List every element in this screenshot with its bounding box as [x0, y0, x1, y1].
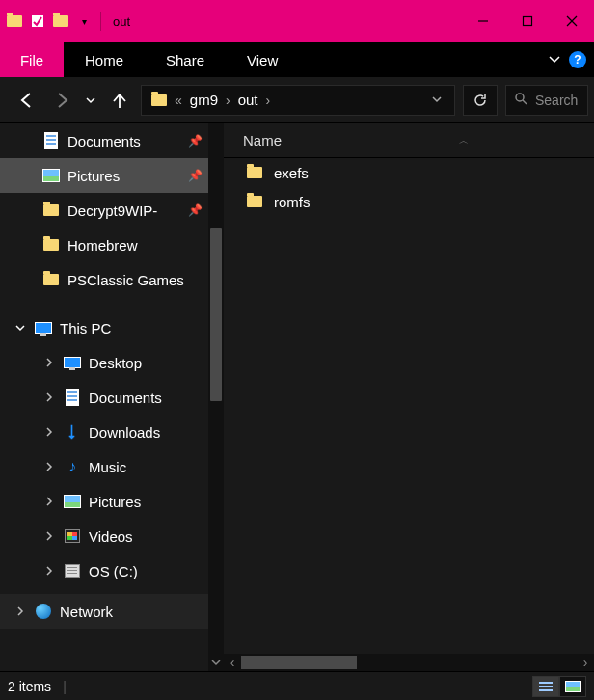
refresh-button[interactable] [463, 85, 498, 116]
expand-ribbon-icon[interactable] [548, 52, 561, 68]
sidebar-item-documents[interactable]: Documents📌 [0, 123, 224, 158]
sidebar-item-label: Decrypt9WIP- [68, 202, 157, 219]
scroll-down-icon[interactable] [208, 654, 224, 671]
search-placeholder: Search [535, 93, 578, 108]
recent-locations-button[interactable] [83, 87, 98, 114]
navbar: « gm9 › out › Search [0, 77, 594, 123]
folder-icon [42, 271, 60, 288]
up-button[interactable] [106, 87, 133, 114]
folder-icon [247, 167, 262, 178]
scrollbar-thumb[interactable] [210, 228, 222, 401]
status-item-count: 2 items [8, 679, 51, 694]
file-list: Name ︿ exefsromfs ‹ › [224, 123, 594, 671]
sidebar-item-label: Documents [68, 133, 141, 149]
chevron-right-icon[interactable]: › [224, 93, 232, 108]
minimize-button[interactable] [461, 0, 505, 42]
file-name: romfs [274, 194, 310, 210]
sidebar-item-label: Downloads [89, 424, 160, 441]
chevron-right-icon[interactable]: › [264, 93, 273, 108]
help-button[interactable]: ? [569, 51, 586, 68]
qat-properties-icon[interactable] [27, 11, 48, 32]
svg-rect-7 [539, 682, 553, 684]
document-icon [64, 389, 81, 406]
scroll-left-icon[interactable]: ‹ [224, 655, 241, 670]
network-icon [35, 603, 52, 620]
window-title: out [113, 14, 130, 29]
expand-icon[interactable] [14, 606, 27, 616]
column-label: Name [243, 132, 282, 148]
scroll-right-icon[interactable]: › [577, 655, 594, 670]
document-icon [42, 132, 60, 149]
sidebar-item-videos[interactable]: Videos [0, 519, 224, 553]
folder-icon [247, 196, 262, 207]
sidebar-item-label: Homebrew [68, 237, 138, 254]
breadcrumb-root-icon[interactable] [146, 94, 173, 106]
qat-newfolder-icon[interactable] [50, 11, 71, 32]
pin-icon: 📌 [188, 134, 202, 148]
expand-icon[interactable] [42, 358, 56, 367]
sidebar-scrollbar[interactable] [208, 123, 224, 671]
sidebar-item-homebrew[interactable]: Homebrew [0, 228, 224, 262]
close-button[interactable] [550, 0, 594, 42]
sidebar-item-downloads[interactable]: ⭣Downloads [0, 415, 224, 449]
monitor-icon [64, 354, 81, 371]
pin-icon: 📌 [188, 203, 202, 217]
sidebar-item-os-c-[interactable]: OS (C:) [0, 553, 224, 588]
file-row[interactable]: romfs [224, 187, 594, 216]
titlebar: ▾ out [0, 0, 594, 42]
svg-rect-8 [539, 686, 553, 687]
svg-rect-2 [524, 17, 532, 26]
back-button[interactable] [14, 87, 40, 114]
sidebar-item-music[interactable]: ♪Music [0, 449, 224, 484]
view-thumbnails-button[interactable] [559, 676, 586, 697]
collapse-icon[interactable] [14, 323, 27, 333]
column-header-name[interactable]: Name ︿ [224, 123, 594, 158]
pictures-icon [64, 493, 81, 510]
sidebar-this-pc[interactable]: This PC [0, 310, 224, 345]
scrollbar-thumb[interactable] [241, 656, 357, 669]
pc-icon [35, 319, 52, 337]
navigation-pane: Documents📌Pictures📌Decrypt9WIP-📌Homebrew… [0, 123, 224, 671]
sidebar-network[interactable]: Network [0, 594, 224, 629]
file-row[interactable]: exefs [224, 158, 594, 187]
address-history-button[interactable] [423, 93, 450, 108]
sidebar-item-pictures[interactable]: Pictures [0, 484, 224, 519]
expand-icon[interactable] [42, 427, 56, 437]
ribbon: File Home Share View ? [0, 42, 594, 77]
expand-icon[interactable] [42, 531, 56, 541]
address-bar[interactable]: « gm9 › out › [141, 85, 455, 116]
folder-icon [42, 202, 60, 219]
breadcrumb-overflow[interactable]: « [173, 93, 184, 108]
expand-icon[interactable] [42, 462, 56, 471]
sidebar-item-label: Pictures [89, 494, 141, 510]
sidebar-item-label: Pictures [68, 168, 120, 184]
sidebar-item-decrypt9wip-[interactable]: Decrypt9WIP-📌 [0, 193, 224, 228]
tab-share[interactable]: Share [145, 42, 226, 77]
tab-view[interactable]: View [226, 42, 299, 77]
view-details-button[interactable] [532, 676, 559, 697]
svg-rect-9 [539, 689, 553, 691]
sidebar-item-pictures[interactable]: Pictures📌 [0, 158, 224, 193]
sidebar-item-label: This PC [60, 320, 111, 337]
sidebar-item-label: Network [60, 604, 113, 620]
maximize-button[interactable] [505, 0, 550, 42]
search-box[interactable]: Search [505, 85, 588, 116]
file-tab[interactable]: File [0, 42, 64, 77]
qat-folder-icon[interactable] [4, 11, 25, 32]
sidebar-item-label: Desktop [89, 355, 142, 371]
expand-icon[interactable] [42, 392, 56, 402]
sidebar-item-psclassic-games[interactable]: PSClassic Games [0, 262, 224, 297]
video-icon [64, 527, 81, 545]
tab-home[interactable]: Home [64, 42, 145, 77]
svg-point-5 [516, 94, 524, 101]
expand-icon[interactable] [42, 497, 56, 506]
search-icon [514, 92, 527, 108]
qat-customize-icon[interactable]: ▾ [73, 11, 94, 32]
expand-icon[interactable] [42, 566, 56, 576]
sidebar-item-documents[interactable]: Documents [0, 380, 224, 415]
breadcrumb-segment[interactable]: out [232, 92, 264, 108]
forward-button[interactable] [48, 87, 75, 114]
sidebar-item-desktop[interactable]: Desktop [0, 345, 224, 380]
content-hscrollbar[interactable]: ‹ › [224, 654, 594, 671]
breadcrumb-segment[interactable]: gm9 [184, 92, 224, 108]
